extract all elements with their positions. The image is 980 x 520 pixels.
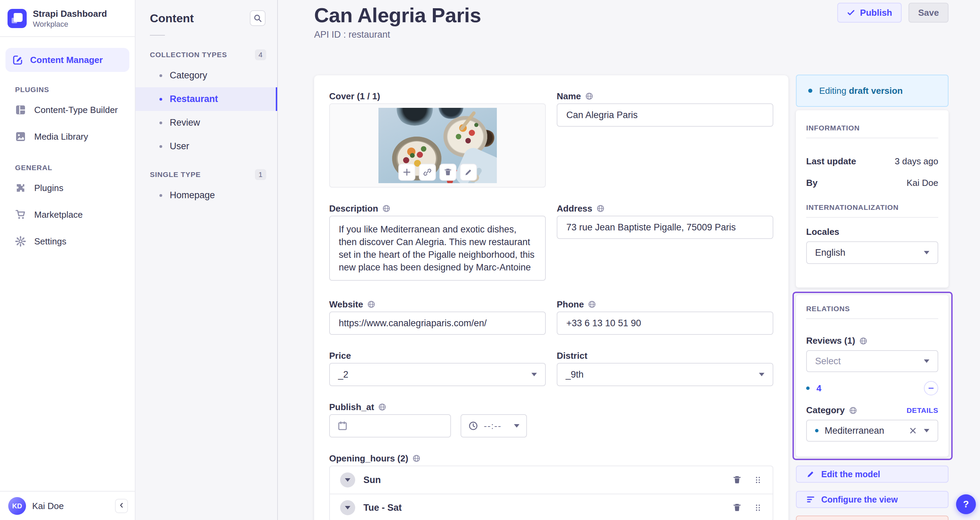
- information-title: INFORMATION: [806, 124, 938, 132]
- time-placeholder: --:--: [484, 421, 502, 431]
- delete-media-button[interactable]: [439, 164, 457, 181]
- sidebar-section-plugins: PLUGINS: [15, 86, 135, 94]
- brand-subtitle: Workplace: [33, 20, 107, 29]
- save-button[interactable]: Save: [908, 3, 948, 22]
- trash-icon: [444, 168, 452, 177]
- collapse-sidebar-button[interactable]: [115, 499, 128, 513]
- relations-title: RELATIONS: [806, 305, 938, 313]
- content-type-label: Category: [170, 70, 207, 81]
- help-button[interactable]: ?: [956, 494, 976, 514]
- opening-hours-row-sun[interactable]: Sun: [330, 466, 773, 494]
- delete-entry-button[interactable]: [732, 503, 742, 512]
- category-value: Mediterranean: [825, 426, 884, 436]
- configure-view-button[interactable]: Configure the view: [796, 491, 948, 508]
- relation-dot-icon: [806, 386, 810, 390]
- globe-icon: [412, 454, 420, 463]
- reviews-select[interactable]: Select: [806, 350, 938, 372]
- publish-at-time-input[interactable]: --:--: [461, 414, 527, 437]
- sidebar-item-settings[interactable]: Settings: [0, 228, 135, 255]
- linked-review-link[interactable]: 4: [816, 383, 821, 394]
- pencil-icon: [464, 168, 473, 177]
- divider: [806, 217, 938, 218]
- cover-field[interactable]: [329, 104, 546, 188]
- internationalization-title: INTERNATIONALIZATION: [806, 203, 938, 212]
- collection-types-count-badge: 4: [255, 49, 266, 60]
- content-type-homepage[interactable]: Homepage: [135, 183, 277, 207]
- edit-model-button[interactable]: Edit the model: [796, 466, 948, 483]
- content-type-restaurant[interactable]: Restaurant: [135, 87, 277, 111]
- content-type-label: Review: [170, 117, 200, 128]
- expand-toggle-button[interactable]: [340, 472, 355, 488]
- bullet-icon: [159, 194, 162, 197]
- name-input[interactable]: [557, 104, 773, 127]
- copy-link-button[interactable]: [419, 164, 436, 181]
- relation-dot-icon: [815, 429, 818, 432]
- expand-toggle-button[interactable]: [340, 500, 355, 515]
- sidebar-item-plugins[interactable]: Plugins: [0, 175, 135, 201]
- sidebar-item-content-type-builder[interactable]: Content-Type Builder: [0, 97, 135, 123]
- phone-input[interactable]: [557, 311, 773, 335]
- puzzle-icon: [15, 182, 26, 193]
- sidebar-item-label: Content Manager: [30, 55, 103, 65]
- price-label: Price: [329, 351, 351, 360]
- globe-icon: [849, 406, 857, 415]
- opening-hours-accordion: Sun Tue - Sat: [329, 466, 773, 520]
- save-label: Save: [918, 8, 939, 18]
- delete-entry-button-partial[interactable]: [796, 515, 948, 520]
- clock-icon: [468, 421, 478, 431]
- content-panel-title: Content: [150, 12, 194, 25]
- website-input[interactable]: [329, 311, 546, 335]
- last-update-value: 3 days ago: [895, 156, 938, 167]
- single-type-count-badge: 1: [255, 169, 266, 180]
- publish-at-date-input[interactable]: [329, 414, 451, 437]
- content-type-user[interactable]: User: [135, 134, 277, 158]
- divider: [806, 138, 938, 138]
- search-button[interactable]: [250, 10, 266, 26]
- drag-handle-icon[interactable]: [754, 503, 762, 512]
- content-type-category[interactable]: Category: [135, 64, 277, 87]
- sidebar-item-media-library[interactable]: Media Library: [0, 123, 135, 150]
- remove-relation-button[interactable]: [924, 381, 938, 396]
- bullet-icon: [159, 145, 162, 148]
- chevron-down-icon: [345, 478, 350, 482]
- chevron-down-icon: [924, 429, 929, 432]
- calendar-icon: [337, 421, 348, 431]
- opening-hours-row-tue-sat[interactable]: Tue - Sat: [330, 494, 773, 520]
- sidebar-item-label: Plugins: [34, 183, 63, 193]
- sidebar-item-marketplace[interactable]: Marketplace: [0, 201, 135, 228]
- drag-handle-icon[interactable]: [754, 475, 762, 484]
- sidebar-item-content-manager[interactable]: Content Manager: [5, 48, 129, 72]
- description-textarea[interactable]: If you like Mediterranean and exotic dis…: [329, 216, 546, 281]
- district-select[interactable]: _9th: [557, 363, 773, 386]
- brand[interactable]: Strapi Dashboard Workplace: [0, 0, 135, 36]
- bullet-icon: [159, 121, 162, 124]
- content-type-review[interactable]: Review: [135, 111, 277, 134]
- sidebar-item-label: Media Library: [34, 131, 88, 142]
- category-label: Category: [806, 405, 845, 416]
- delete-entry-button[interactable]: [732, 475, 742, 485]
- chevron-down-icon: [345, 506, 350, 509]
- publish-button[interactable]: Publish: [837, 3, 902, 22]
- address-label: Address: [557, 204, 592, 213]
- information-card: INFORMATION Last update 3 days ago By Ka…: [796, 110, 948, 287]
- edit-media-button[interactable]: [460, 164, 477, 181]
- publish-at-label: Publish_at: [329, 403, 374, 412]
- publish-label: Publish: [860, 8, 892, 18]
- avatar[interactable]: KD: [8, 497, 26, 515]
- locale-value: English: [815, 247, 846, 258]
- details-link[interactable]: DETAILS: [907, 406, 938, 415]
- globe-icon: [367, 300, 375, 308]
- category-select[interactable]: Mediterranean: [806, 420, 938, 442]
- globe-icon: [588, 300, 596, 308]
- media-image-icon: [15, 131, 26, 142]
- cart-icon: [15, 209, 26, 220]
- address-input[interactable]: [557, 216, 773, 239]
- clear-icon[interactable]: [909, 426, 917, 435]
- price-select[interactable]: _2: [329, 363, 546, 386]
- chevron-down-icon: [924, 251, 929, 254]
- chevron-down-icon: [759, 373, 764, 376]
- locales-select[interactable]: English: [806, 241, 938, 264]
- add-media-button[interactable]: [398, 164, 415, 181]
- cover-action-bar: [398, 164, 477, 181]
- main-sidebar: Strapi Dashboard Workplace Content Manag…: [0, 0, 135, 520]
